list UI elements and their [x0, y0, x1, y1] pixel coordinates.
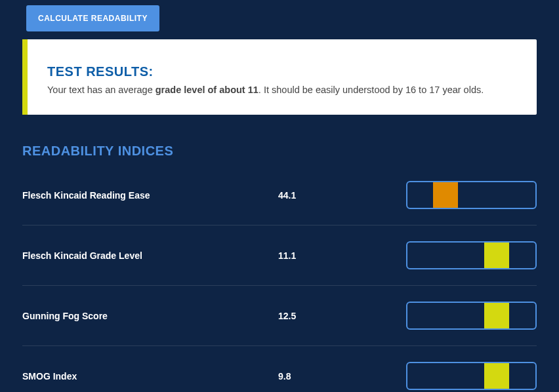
metric-name: Flesch Kincaid Reading Ease: [22, 190, 278, 201]
metric-name: SMOG Index: [22, 371, 278, 382]
metric-gauge: [406, 181, 537, 209]
metric-gauge: [406, 302, 537, 330]
gauge-indicator: [433, 182, 458, 208]
test-results-body: TEST RESULTS: Your text has an average g…: [28, 39, 503, 115]
results-prefix: Your text has an average: [47, 85, 155, 95]
gauge-track: [406, 181, 537, 209]
metrics-list: Flesch Kincaid Reading Ease44.1Flesch Ki…: [22, 165, 537, 392]
results-suffix: . It should be easily understood by 16 t…: [259, 85, 484, 95]
metric-value: 44.1: [278, 190, 406, 201]
metric-name: Gunning Fog Score: [22, 311, 278, 321]
gauge-track: [406, 241, 537, 269]
gauge-indicator: [484, 243, 509, 268]
metric-value: 11.1: [278, 250, 406, 261]
gauge-indicator: [484, 303, 509, 328]
metric-value: 9.8: [278, 371, 406, 382]
metric-gauge: [406, 241, 537, 269]
metric-row: Gunning Fog Score12.5: [22, 286, 537, 346]
accent-bar: [22, 39, 28, 115]
gauge-indicator: [484, 363, 509, 389]
test-results-title: TEST RESULTS:: [47, 64, 484, 79]
metric-row: SMOG Index9.8: [22, 346, 537, 392]
test-results-card: TEST RESULTS: Your text has an average g…: [22, 39, 537, 115]
test-results-text: Your text has an average grade level of …: [47, 85, 484, 95]
metric-name: Flesch Kincaid Grade Level: [22, 250, 278, 261]
gauge-track: [406, 302, 537, 330]
calculate-readability-button[interactable]: CALCULATE READABILITY: [26, 5, 159, 31]
gauge-track: [406, 362, 537, 390]
results-grade-level: grade level of about 11: [155, 85, 259, 95]
metric-row: Flesch Kincaid Grade Level11.1: [22, 225, 537, 286]
readability-indices-heading: READABILITY INDICES: [22, 144, 537, 159]
metric-row: Flesch Kincaid Reading Ease44.1: [22, 165, 537, 225]
metric-value: 12.5: [278, 311, 406, 321]
metric-gauge: [406, 362, 537, 390]
